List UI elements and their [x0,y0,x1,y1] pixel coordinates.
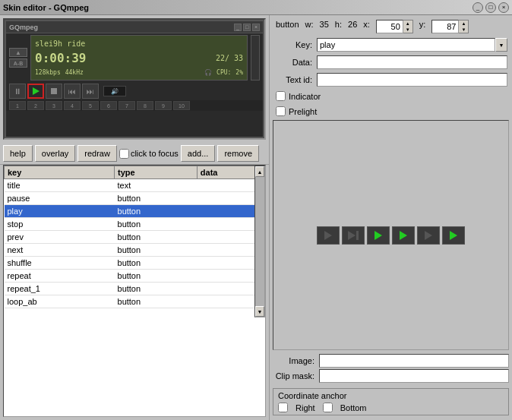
table-row[interactable]: prevbutton [5,231,265,244]
prelight-label: Prelight [289,107,317,116]
player-pause-btn[interactable]: ⏸ [9,84,26,99]
player-close-btn[interactable]: × [252,24,260,31]
indicator-checkbox[interactable] [276,91,286,101]
prop-h-value: 26 [348,20,357,33]
table-container: key type data titletextpausebuttonplaybu… [3,165,266,417]
preview-area [273,120,509,350]
eq-btn-3[interactable]: 3 [46,101,62,110]
eq-btn-8[interactable]: 8 [137,101,153,110]
table-row[interactable]: pausebutton [5,192,265,205]
table-row[interactable]: repeatbutton [5,270,265,283]
x-input[interactable] [376,20,403,33]
cell-key: play [5,205,115,218]
cell-key: shuffle [5,257,115,270]
player-buttons-row: ⏸ ⏮ ⏭ 🔊 [6,82,263,100]
help-button[interactable]: help [3,145,33,162]
cell-type: button [115,192,198,205]
eq-btn-6[interactable]: 6 [100,101,117,110]
display-samplerate: 44kHz [65,69,84,76]
x-spinbox: ▲ ▼ [376,20,413,33]
minimize-button[interactable]: _ [472,2,483,13]
table-row[interactable]: repeat_1button [5,283,265,295]
prop-type: button [276,20,299,33]
cell-key: stop [5,218,115,231]
cell-type: button [115,205,198,218]
x-spin-arrows: ▲ ▼ [403,20,413,33]
x-spin-down[interactable]: ▼ [403,27,412,33]
table-header-row: key type data [5,166,265,179]
prop-w-value: 35 [320,20,329,33]
overlay-button[interactable]: overlay [35,145,75,162]
y-spinbox: ▲ ▼ [431,20,469,33]
prop-x-label: x: [363,20,370,33]
redraw-button[interactable]: redraw [77,145,117,162]
table-row[interactable]: nextbutton [5,244,265,257]
x-spin-up[interactable]: ▲ [403,21,412,27]
table-row[interactable]: loop_abbutton [5,295,265,308]
table-row[interactable]: shufflebutton [5,257,265,270]
player-next-btn[interactable]: ⏭ [82,84,99,99]
player-top: ▲ A-B slei9h ride 0:00:39 22/ 33 [6,33,263,82]
scroll-down-arrow[interactable]: ▼ [255,306,264,317]
y-spin-up[interactable]: ▲ [459,21,468,27]
y-input[interactable] [431,20,459,33]
remove-button[interactable]: remove [217,145,259,162]
display-track: slei9h ride [35,39,243,48]
eq-btn-5[interactable]: 5 [82,101,99,110]
y-spin-arrows: ▲ ▼ [459,20,469,33]
bottom-checkbox[interactable] [323,403,333,412]
eq-btn-2[interactable]: 2 [27,101,44,110]
cell-type: button [115,270,198,283]
player-stop-btn[interactable] [46,84,62,99]
coord-anchor-section: Coordinate anchor Right Bottom [273,388,509,415]
left-panel: GQmpeg _ □ × ▲ A-B [0,15,270,420]
player-play-btn[interactable] [27,84,44,99]
click-to-focus-checkbox[interactable] [119,149,129,159]
key-input[interactable] [317,38,495,52]
player-scroll[interactable] [251,35,260,81]
image-input[interactable] [319,354,509,368]
player-display: slei9h ride 0:00:39 22/ 33 128kbps 44kHz… [30,35,248,81]
player-eject-btn[interactable]: ▲ [9,48,27,57]
clip-mask-label: Clip mask: [273,371,314,381]
eq-btn-1[interactable]: 1 [9,101,26,110]
close-button[interactable]: × [498,2,509,13]
data-input[interactable] [317,55,507,69]
player-prev-btn[interactable]: ⏮ [64,84,81,99]
cell-type: button [115,283,198,295]
player-min-btn[interactable]: _ [234,24,242,31]
player-ab-btn[interactable]: A-B [9,58,27,68]
cell-key: prev [5,231,115,244]
textid-input[interactable] [317,73,507,87]
right-checkbox[interactable] [278,403,288,412]
eq-btn-4[interactable]: 4 [64,101,81,110]
table-row[interactable]: titletext [5,179,265,192]
display-headphone-icon: 🎧 [204,69,212,76]
cell-key: next [5,244,115,257]
prelight-checkbox[interactable] [276,106,286,116]
textid-row: Text id: [273,72,509,87]
table-row[interactable]: playbutton [5,205,265,218]
scroll-track[interactable] [255,177,264,306]
display-cpu-value: 2% [235,69,243,76]
maximize-button[interactable]: □ [485,2,496,13]
prelight-row: Prelight [273,105,509,118]
table-row[interactable]: stopbutton [5,218,265,231]
clip-mask-input[interactable] [319,369,509,383]
y-spin-down[interactable]: ▼ [459,27,468,33]
add-button[interactable]: add... [181,145,216,162]
table-scrollbar[interactable]: ▲ ▼ [254,166,265,317]
table-scroll[interactable]: key type data titletextpausebuttonplaybu… [4,166,265,317]
button-strip-preview [317,226,465,245]
display-position: 22/ 33 [216,54,243,62]
preview-btn-2 [342,226,365,245]
player-max-btn[interactable]: □ [243,24,251,31]
eq-btn-10[interactable]: 10 [173,101,190,110]
scroll-up-arrow[interactable]: ▲ [255,166,264,177]
key-dropdown-arrow[interactable]: ▼ [495,38,507,52]
player-titlebar: GQmpeg _ □ × [6,21,263,33]
bottom-label: Bottom [340,403,367,412]
eq-btn-9[interactable]: 9 [155,101,172,110]
eq-btn-7[interactable]: 7 [119,101,135,110]
display-bitrate: 128kbps [35,69,61,76]
